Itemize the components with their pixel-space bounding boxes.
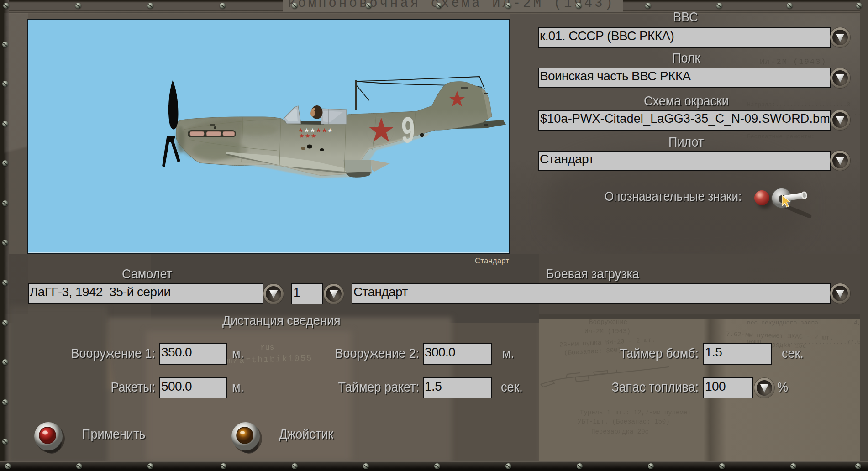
svg-text:★: ★ bbox=[316, 127, 321, 134]
svg-text:9: 9 bbox=[401, 110, 415, 150]
svg-text:★: ★ bbox=[311, 132, 316, 139]
svg-text:★: ★ bbox=[322, 127, 327, 134]
svg-text:★: ★ bbox=[299, 132, 305, 139]
svg-text:★: ★ bbox=[327, 127, 333, 134]
svg-text:★: ★ bbox=[305, 132, 310, 139]
